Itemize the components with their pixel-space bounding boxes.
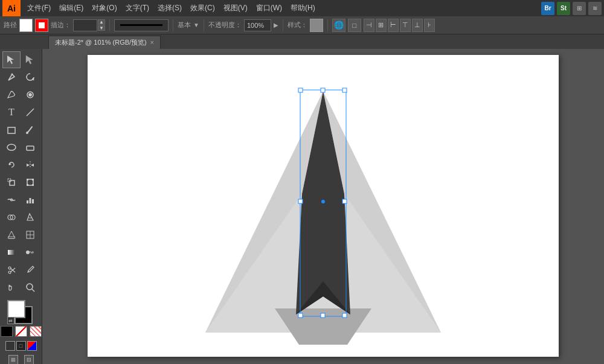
tabbar: 未标题-2* @ 101% (RGB/预览) × [0,34,604,49]
svg-point-2 [11,74,13,75]
menu-file[interactable]: 文件(F) [23,0,55,16]
menu-select[interactable]: 选择(S) [153,0,186,16]
fg-bg-swatches[interactable]: ⇄ [7,300,35,324]
screen-mode-btn[interactable]: ⊞ [8,355,18,364]
path-label: 路径 [4,21,17,30]
eraser-tool[interactable] [21,139,39,156]
menu-window[interactable]: 窗口(W) [252,0,286,16]
pen-tool[interactable] [2,69,21,86]
full-screen-mode-btn[interactable]: ⊟ [24,355,34,364]
canvas-area[interactable] [42,49,604,364]
gradient-swatch[interactable] [15,326,27,337]
line-tool[interactable] [21,104,39,121]
svg-point-6 [26,132,28,134]
menu-text[interactable]: 文字(T) [121,0,153,16]
scissors-tool[interactable] [2,261,21,278]
toolbar: 路径 描边： ▲ ▼ 基本 ▼ 不透明度： ▶ 样式： 🌐 □ ⊣ ⊞ ⊢ ⊤ … [0,16,604,34]
blob-brush-tool[interactable] [21,86,39,103]
menu-effect[interactable]: 效果(C) [186,0,219,16]
stroke-line-preview[interactable] [114,19,169,31]
stroke-width-control[interactable]: ▲ ▼ [73,19,105,31]
pixel-preview-btn[interactable] [27,341,37,351]
outline-mode-btn[interactable]: □ [16,341,26,351]
shape-builder-tool[interactable] [2,209,21,226]
svg-rect-17 [32,179,34,180]
menu-edit[interactable]: 编辑(E) [55,0,88,16]
mesh-tool[interactable] [21,226,39,243]
tab-close-button[interactable]: × [150,39,154,46]
svg-marker-12 [31,164,34,167]
free-transform-tool[interactable] [21,174,39,191]
ellipse-tool[interactable] [2,139,21,156]
workspace-icon[interactable]: ≋ [588,2,602,15]
selection-tool[interactable] [2,51,21,68]
opacity-input[interactable] [244,19,271,31]
paintbrush-tool[interactable] [21,121,39,138]
handle-tl [298,88,303,92]
rect-tool[interactable] [2,121,21,138]
normal-mode-btn[interactable] [5,341,15,351]
main-content: T [0,49,604,364]
align-top-icon[interactable]: ⊤ [400,19,411,32]
zoom-tool[interactable] [21,279,39,296]
bridge-icon[interactable]: Br [541,2,554,15]
swap-colors-icon[interactable]: ⇄ [7,317,14,324]
align-center-icon[interactable]: ⊞ [376,19,387,32]
foreground-color-swatch[interactable] [7,300,25,318]
stock-icon[interactable]: St [557,2,570,15]
direct-selection-tool[interactable] [21,51,39,68]
mode-dropdown[interactable]: ▼ [193,22,199,28]
menu-view[interactable]: 视图(V) [219,0,252,16]
align-bottom-icon[interactable]: ⊦ [424,19,435,32]
globe-icon[interactable]: 🌐 [332,19,345,32]
ai-logo: Ai [2,0,21,16]
pattern-swatch[interactable] [30,326,42,337]
svg-point-36 [8,271,11,273]
svg-point-34 [26,251,30,254]
tool-row-14 [2,279,39,296]
type-tool[interactable]: T [2,104,21,121]
layout-icon[interactable]: ⊞ [573,2,586,15]
align-left-icon[interactable]: ⊣ [364,19,374,32]
svg-point-40 [28,271,29,272]
arrange-icon[interactable]: □ [348,19,361,32]
live-paint-tool[interactable] [21,209,39,226]
lasso-tool[interactable] [21,69,39,86]
stroke-up[interactable]: ▲ [98,19,105,25]
hand-tool[interactable] [2,279,21,296]
blend-tool[interactable] [21,244,39,261]
eyedropper-tool[interactable] [21,261,39,278]
scale-tool[interactable] [2,174,21,191]
document-tab[interactable]: 未标题-2* @ 101% (RGB/预览) × [48,36,161,49]
opacity-label: 不透明度： [208,21,242,30]
fill-color-box[interactable] [19,19,33,32]
pencil-tool[interactable] [2,86,21,103]
menu-help[interactable]: 帮助(H) [286,0,320,16]
screen-mode-buttons: ⊞ ⊟ [5,355,37,364]
svg-rect-21 [27,200,28,203]
none-swatch[interactable] [1,326,13,337]
opacity-chevron-right[interactable]: ▶ [274,22,278,28]
stroke-width-input[interactable] [73,19,97,31]
reflect-tool[interactable] [21,156,39,173]
sep3 [204,19,204,31]
menu-object[interactable]: 对象(O) [88,0,121,16]
stroke-down[interactable]: ▼ [98,25,105,31]
align-right-icon[interactable]: ⊢ [388,19,399,32]
stroke-icon[interactable] [35,19,48,32]
rotate-tool[interactable] [2,156,21,173]
style-preview[interactable] [310,19,323,32]
quick-color-row [1,326,42,337]
align-middle-icon[interactable]: ⊥ [412,19,423,32]
column-graph-tool[interactable] [21,191,39,208]
type-icon: T [8,107,14,118]
svg-line-4 [27,109,34,116]
selection-center-dot [321,200,325,203]
tool-row-11 [2,226,39,243]
svg-line-39 [11,269,15,272]
svg-point-7 [7,144,16,150]
gradient-tool[interactable] [2,244,21,261]
svg-line-38 [11,268,15,272]
warp-tool[interactable] [2,191,21,208]
perspective-grid-tool[interactable] [2,226,21,243]
